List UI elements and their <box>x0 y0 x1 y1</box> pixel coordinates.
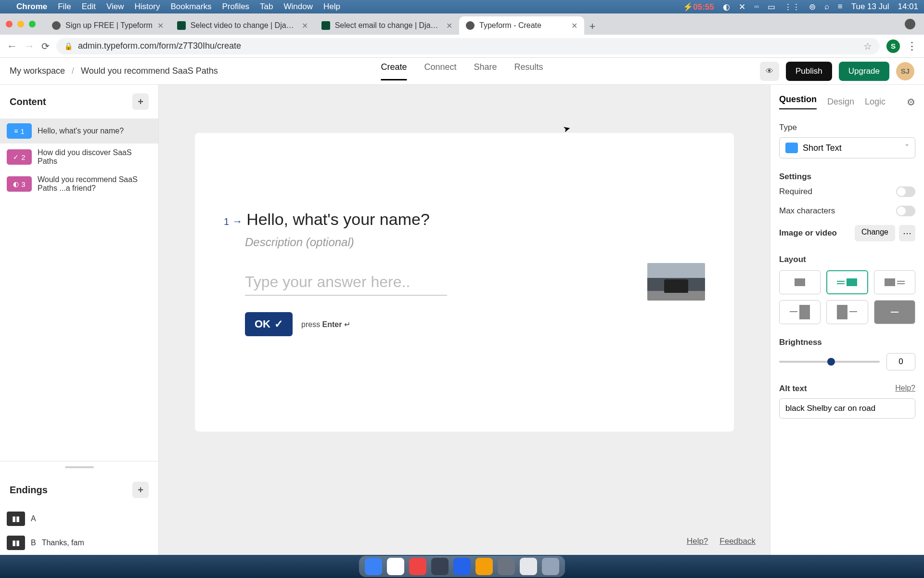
browser-tab[interactable]: Select email to change | Django ✕ <box>315 16 459 35</box>
dock-app-3[interactable] <box>409 558 426 575</box>
change-image-button[interactable]: Change <box>855 225 895 241</box>
question-title-input[interactable]: Hello, what's your name? <box>246 210 430 229</box>
battery-icon[interactable]: ▭ <box>768 2 775 12</box>
menubar-time[interactable]: 14:01 <box>898 2 918 12</box>
ok-button[interactable]: OK ✓ <box>245 312 293 336</box>
tab-logic[interactable]: Logic <box>865 97 886 107</box>
menu-profiles[interactable]: Profiles <box>222 2 249 12</box>
max-chars-toggle[interactable] <box>896 206 915 216</box>
dock-app-4[interactable] <box>431 558 449 575</box>
battery-status-icon[interactable]: ⚡05:55 <box>683 2 714 12</box>
brightness-value[interactable]: 0 <box>886 353 915 370</box>
slider-thumb[interactable] <box>827 358 835 366</box>
resize-handle[interactable] <box>65 466 94 468</box>
dock-app-8[interactable] <box>520 558 537 575</box>
spotlight-icon[interactable]: ⌕ <box>824 2 829 12</box>
alt-text-input[interactable] <box>779 398 915 419</box>
tab-design[interactable]: Design <box>827 97 854 107</box>
dock-app-5[interactable] <box>453 558 471 575</box>
chrome-avatar[interactable]: S <box>886 39 900 53</box>
image-options-button[interactable]: ⋯ <box>899 225 915 241</box>
nav-results[interactable]: Results <box>514 62 543 80</box>
description-input[interactable]: Description (optional) <box>245 236 647 249</box>
ending-item[interactable]: ▮▮ A <box>0 507 158 531</box>
menu-tab[interactable]: Tab <box>260 2 273 12</box>
short-text-icon <box>785 143 798 153</box>
control-center-icon[interactable]: ⊚ <box>809 2 816 12</box>
close-tab-icon[interactable]: ✕ <box>302 21 308 30</box>
close-tab-icon[interactable]: ✕ <box>571 21 578 30</box>
dock-app-6[interactable] <box>475 558 493 575</box>
alt-help-link[interactable]: Help? <box>895 384 915 394</box>
type-select[interactable]: Short Text ˅ <box>779 137 915 158</box>
layout-option-2[interactable] <box>826 270 868 294</box>
help-link[interactable]: Help? <box>687 537 708 546</box>
user-avatar[interactable]: SJ <box>896 62 914 80</box>
preview-button[interactable]: 👁 <box>760 62 779 81</box>
question-item[interactable]: ✓2 How did you discover SaaS Paths <box>0 144 158 171</box>
layout-option-4[interactable] <box>779 300 821 324</box>
back-button[interactable]: ← <box>7 40 17 53</box>
question-image[interactable] <box>647 263 705 301</box>
required-toggle[interactable] <box>896 186 915 197</box>
chrome-profile-icon[interactable] <box>905 19 915 29</box>
brightness-slider[interactable] <box>779 361 880 363</box>
bookmark-star-icon[interactable]: ☆ <box>863 40 872 52</box>
layout-option-1[interactable] <box>779 270 821 294</box>
reload-button[interactable]: ⟳ <box>41 40 50 52</box>
ending-letter: A <box>31 514 36 523</box>
chrome-menu-button[interactable]: ⋮ <box>907 40 917 53</box>
dock-app-trash[interactable] <box>542 558 559 575</box>
add-question-button[interactable]: + <box>132 93 149 110</box>
browser-tab-active[interactable]: Typeform - Create ✕ <box>459 16 584 35</box>
feedback-link[interactable]: Feedback <box>719 537 756 546</box>
publish-button[interactable]: Publish <box>786 62 832 81</box>
new-tab-button[interactable]: + <box>584 18 601 35</box>
upgrade-button[interactable]: Upgrade <box>839 62 889 81</box>
layout-option-3[interactable] <box>874 270 915 294</box>
add-ending-button[interactable]: + <box>132 482 149 498</box>
question-item[interactable]: ≡1 Hello, what's your name? <box>0 118 158 144</box>
menu-file[interactable]: File <box>58 2 71 12</box>
status-icon-3[interactable]: ⎓ <box>754 2 759 12</box>
address-bar[interactable]: 🔒 admin.typeform.com/form/z7T30Ihu/creat… <box>56 38 880 54</box>
dock-app-7[interactable] <box>498 558 515 575</box>
gear-icon[interactable]: ⚙ <box>907 96 915 108</box>
minimize-window-button[interactable] <box>17 21 24 27</box>
dock-app-finder[interactable] <box>365 558 382 575</box>
menu-history[interactable]: History <box>134 2 160 12</box>
form-title[interactable]: Would you recommend SaaS Paths <box>81 66 218 76</box>
menu-bookmarks[interactable]: Bookmarks <box>170 2 211 12</box>
menubar-date[interactable]: Tue 13 Jul <box>851 2 889 12</box>
nav-create[interactable]: Create <box>381 62 407 80</box>
wifi-icon[interactable]: ⋮⋮ <box>784 2 800 12</box>
maximize-window-button[interactable] <box>29 21 36 27</box>
tab-question[interactable]: Question <box>779 94 817 109</box>
nav-share[interactable]: Share <box>474 62 497 80</box>
menu-view[interactable]: View <box>106 2 124 12</box>
nav-connect[interactable]: Connect <box>424 62 456 80</box>
menu-help[interactable]: Help <box>323 2 340 12</box>
dock-app-chrome[interactable] <box>387 558 404 575</box>
close-tab-icon[interactable]: ✕ <box>446 21 452 30</box>
browser-tab[interactable]: Select video to change | Django ✕ <box>170 16 315 35</box>
status-icon-2[interactable]: ✕ <box>739 2 745 12</box>
menu-edit[interactable]: Edit <box>82 2 96 12</box>
menu-window[interactable]: Window <box>284 2 313 12</box>
forward-button[interactable]: → <box>24 40 35 53</box>
browser-tab[interactable]: Sign up FREE | Typeform ✕ <box>45 16 170 35</box>
layout-option-6[interactable] <box>874 300 915 324</box>
lock-icon[interactable]: 🔒 <box>64 42 73 51</box>
close-window-button[interactable] <box>6 21 13 27</box>
close-tab-icon[interactable]: ✕ <box>157 21 164 30</box>
ending-item[interactable]: ▮▮ B Thanks, fam <box>0 531 158 555</box>
answer-input[interactable]: Type your answer here.. <box>245 273 447 296</box>
status-icon-1[interactable]: ◐ <box>723 2 730 12</box>
siri-icon[interactable]: ≡ <box>838 2 843 12</box>
workspace-link[interactable]: My workspace <box>10 66 65 76</box>
menubar-app[interactable]: Chrome <box>16 2 47 12</box>
question-card[interactable]: 1 → Hello, what's your name? Description… <box>195 133 734 432</box>
question-item[interactable]: ◐3 Would you recommend SaaS Paths ...a f… <box>0 171 158 197</box>
layout-option-5[interactable] <box>826 300 868 324</box>
breadcrumb-separator: / <box>72 66 74 76</box>
